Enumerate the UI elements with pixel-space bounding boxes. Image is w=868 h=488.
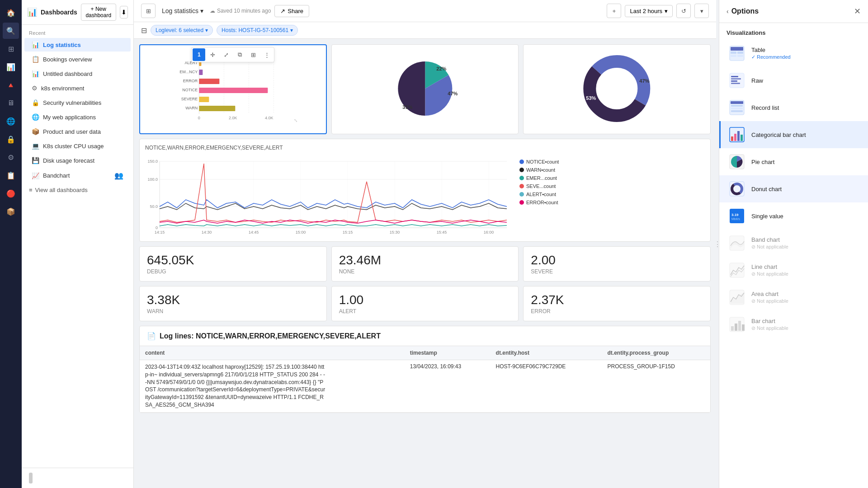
svg-rect-67 xyxy=(731,110,743,112)
viz-area-info: Area chart ⊘ Not applicable xyxy=(751,291,861,304)
view-all-dashboards[interactable]: ≡ View all dashboards xyxy=(22,183,133,197)
loglevel-filter[interactable]: Loglevel: 6 selected ▾ xyxy=(151,25,213,36)
more-options-button[interactable]: ▾ xyxy=(694,4,709,18)
disk-icon: 💾 xyxy=(32,157,39,164)
icon-bar-apps[interactable]: 🌐 xyxy=(3,113,19,129)
svg-rect-7 xyxy=(199,70,203,75)
icon-bar-home[interactable]: 🏠 xyxy=(3,5,19,21)
icon-bar-alerts[interactable]: 🔴 xyxy=(3,185,19,202)
sidebar-item-bookings[interactable]: 📋 Bookings overview xyxy=(24,52,131,66)
chart-more-button[interactable]: ⋮ xyxy=(260,48,273,61)
grid-view-button[interactable]: ⊞ xyxy=(141,4,156,18)
bandchart-person-icon: 👥 xyxy=(114,171,123,180)
svg-text:47%: 47% xyxy=(640,78,650,84)
svg-text:31%: 31% xyxy=(402,104,412,110)
icon-bar-security[interactable]: 🔒 xyxy=(3,131,19,147)
chart-duplicate-button[interactable]: ⧉ xyxy=(233,48,246,61)
sidebar-item-product-data[interactable]: 📦 Product and user data xyxy=(24,125,131,138)
sidebar-item-log-statistics[interactable]: 📊 Log statistics xyxy=(24,38,131,52)
metric-alert-value: 1.00 xyxy=(339,293,511,307)
share-button[interactable]: ↗ Share xyxy=(274,5,309,17)
svg-text:WARN: WARN xyxy=(185,106,198,110)
col-process-group: dt.entity.process_group xyxy=(602,346,710,360)
sidebar-item-security[interactable]: 🔒 Security vulnerabilities xyxy=(24,96,131,109)
icon-bar-automation[interactable]: ⚙ xyxy=(3,149,19,165)
viz-item-table[interactable]: Table ✓ Recommended xyxy=(719,40,868,67)
icon-bar-infrastructure[interactable]: 🖥 xyxy=(3,95,19,111)
svg-rect-64 xyxy=(731,101,743,104)
add-tile-button[interactable]: + xyxy=(607,4,621,18)
svg-rect-55 xyxy=(737,52,743,54)
icon-bar-grid[interactable]: ⊞ xyxy=(3,41,19,57)
download-button[interactable]: ⬇ xyxy=(120,6,128,19)
icon-bar-search[interactable]: 🔍 xyxy=(3,23,19,39)
viz-record-list-icon xyxy=(728,99,746,117)
options-close-button[interactable]: ✕ xyxy=(854,6,861,16)
viz-item-single-value[interactable]: 3.19 Mbit/s Single value xyxy=(719,202,868,230)
untitled-icon: 📊 xyxy=(32,70,39,77)
legend-warn: WARN•count xyxy=(519,167,569,173)
hosts-filter[interactable]: Hosts: HOST-IG-57-100561 ▾ xyxy=(217,25,298,36)
options-title: Options xyxy=(731,7,759,15)
sidebar-item-k8s-cpu[interactable]: 💻 K8s cluster CPU usage xyxy=(24,139,131,153)
log-statistics-icon: 📊 xyxy=(32,41,39,48)
viz-item-pie[interactable]: Pie chart xyxy=(719,148,868,175)
svg-text:14:45: 14:45 xyxy=(249,230,259,235)
viz-bar-info: Bar chart ⊘ Not applicable xyxy=(751,318,861,331)
svg-rect-66 xyxy=(731,108,743,109)
icon-bar-catalog[interactable]: 📦 xyxy=(3,203,19,220)
icon-bar-logs[interactable]: 📋 xyxy=(3,167,19,183)
share-icon: ↗ xyxy=(280,8,285,14)
pie-chart-card: 22% 47% 31% xyxy=(331,44,519,134)
icon-bar-dashboards[interactable]: 📊 xyxy=(3,59,19,75)
svg-rect-86 xyxy=(735,324,737,331)
cell-host: HOST-9C6EF06C79C729DE xyxy=(491,360,602,413)
sidebar-item-bandchart[interactable]: 📈 Bandchart 👥 xyxy=(24,168,131,183)
sidebar-item-disk-usage[interactable]: 💾 Disk usage forecast xyxy=(24,154,131,167)
table-row: 2023-04-13T14:09:43Z localhost haproxy[1… xyxy=(140,360,710,413)
sidebar-item-web-apps[interactable]: 🌐 My web applications xyxy=(24,110,131,124)
legend-emergency-dot xyxy=(519,176,524,180)
svg-rect-56 xyxy=(731,55,736,57)
viz-bar-icon xyxy=(728,315,746,333)
viz-item-raw[interactable]: Raw xyxy=(719,67,868,94)
options-chevron-icon[interactable]: ‹ xyxy=(726,8,729,15)
svg-rect-60 xyxy=(731,78,741,80)
sidebar: 📊 Dashboards + New dashboard ⬇ Recent 📊 … xyxy=(22,0,134,488)
viz-raw-info: Raw xyxy=(751,77,861,84)
icon-bar-problems[interactable]: 🔺 xyxy=(3,77,19,93)
sidebar-item-untitled[interactable]: 📊 Untitled dashboard xyxy=(24,67,131,80)
new-dashboard-button[interactable]: + New dashboard xyxy=(81,4,116,21)
svg-rect-53 xyxy=(731,47,743,51)
bookings-icon: 📋 xyxy=(32,56,39,63)
time-range-button[interactable]: Last 2 hours ▾ xyxy=(625,5,673,17)
refresh-button[interactable]: ↺ xyxy=(676,4,691,18)
sidebar-collapse-handle[interactable] xyxy=(29,473,33,483)
svg-text:3.19: 3.19 xyxy=(731,213,739,217)
svg-text:150.0: 150.0 xyxy=(147,159,158,164)
web-apps-icon: 🌐 xyxy=(32,113,39,121)
chart-expand-button[interactable]: ⤢ xyxy=(220,48,232,61)
viz-item-line-chart: Line chart ⊘ Not applicable xyxy=(719,257,868,284)
line-chart-title: NOTICE,WARN,ERROR,EMERGENCY,SEVERE,ALERT xyxy=(145,145,705,151)
sidebar-app-title: Dashboards xyxy=(41,9,77,16)
legend-error-dot xyxy=(519,200,524,205)
visualizations-label: Visualizations xyxy=(719,23,868,40)
viz-single-value-icon: 3.19 Mbit/s xyxy=(728,207,746,225)
filter-icon[interactable]: ⊟ xyxy=(141,26,147,35)
sidebar-item-k8s[interactable]: ⚙ k8s environment xyxy=(24,81,131,95)
metric-none-value: 23.46M xyxy=(339,253,511,267)
svg-text:Mbit/s: Mbit/s xyxy=(731,217,740,221)
dashboard-title-button[interactable]: Log statistics ▾ xyxy=(159,5,206,16)
viz-item-record-list[interactable]: Record list xyxy=(719,94,868,121)
viz-item-donut[interactable]: Donut chart xyxy=(719,175,868,202)
legend-severe: SEVE...count xyxy=(519,183,569,189)
chart-move-button[interactable]: ✛ xyxy=(206,48,219,61)
recent-label: Recent xyxy=(22,25,133,38)
chart-table-button[interactable]: ⊞ xyxy=(247,48,259,61)
line-chart-legend: NOTICE•count WARN•count EMER...count SEV… xyxy=(519,155,569,236)
viz-line-info: Line chart ⊘ Not applicable xyxy=(751,263,861,277)
viz-item-categorical-bar[interactable]: Categorical bar chart xyxy=(719,121,868,148)
svg-rect-11 xyxy=(199,88,268,93)
top-chart-row: 1 ✛ ⤢ ⧉ ⊞ ⋮ ALERT EM.. xyxy=(139,44,711,134)
